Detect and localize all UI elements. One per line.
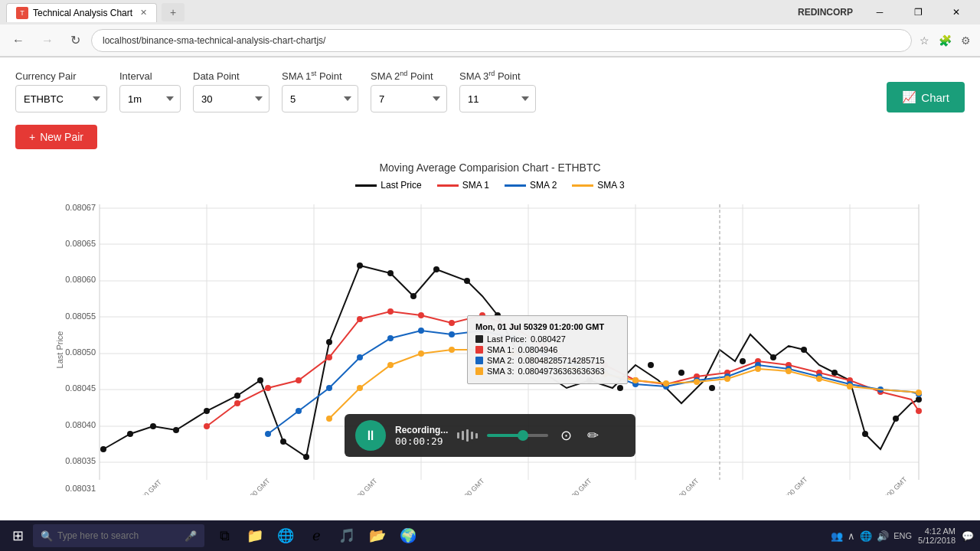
notification-icon[interactable]: 💬 bbox=[962, 530, 974, 542]
search-icon: 🔍 bbox=[41, 530, 53, 542]
folder-icon[interactable]: 📂 bbox=[364, 522, 391, 549]
network-icon[interactable]: 🌐 bbox=[860, 530, 872, 542]
svg-text:200 GMT: 200 GMT bbox=[246, 477, 272, 495]
microphone-icon: 🎤 bbox=[185, 530, 197, 542]
chart-svg-wrapper: 0.08067 0.08065 0.08060 0.08055 0.08050 … bbox=[15, 197, 965, 495]
sma3-label: SMA 3rd Point bbox=[459, 70, 536, 82]
svg-point-42 bbox=[495, 312, 501, 318]
vol-bar-2 bbox=[462, 431, 464, 440]
svg-point-111 bbox=[571, 366, 577, 372]
svg-point-46 bbox=[617, 385, 623, 391]
svg-point-32 bbox=[234, 393, 240, 399]
browser-tab[interactable]: T Technical Analysis Chart ✕ bbox=[6, 3, 157, 22]
close-button[interactable]: ✕ bbox=[939, 2, 974, 23]
svg-point-27 bbox=[100, 446, 106, 452]
chart-button[interactable]: 📈 Chart bbox=[887, 82, 965, 112]
nav-bar: ← → ↻ ☆ 🧩 ⚙ bbox=[0, 24, 980, 57]
currency-pair-select[interactable]: ETHBTCBTCUSDTETHUSDT bbox=[15, 85, 107, 112]
data-point-select[interactable]: 10203050100 bbox=[193, 85, 270, 112]
svg-point-103 bbox=[326, 416, 332, 422]
chart-button-label: Chart bbox=[921, 91, 949, 104]
url-bar[interactable] bbox=[91, 29, 912, 52]
back-button[interactable]: ← bbox=[6, 31, 31, 51]
volume-slider[interactable] bbox=[487, 434, 548, 437]
settings-icon[interactable]: ⚙ bbox=[958, 31, 974, 50]
file-explorer-icon[interactable]: 📁 bbox=[241, 522, 269, 549]
svg-text:1200 GMT: 1200 GMT bbox=[880, 475, 908, 495]
svg-point-55 bbox=[893, 416, 899, 422]
task-view-icon[interactable]: ⧉ bbox=[211, 522, 238, 549]
chrome-icon[interactable]: 🌍 bbox=[394, 522, 422, 549]
sma2-select[interactable]: 5 7 9 bbox=[371, 85, 447, 112]
people-icon[interactable]: 👥 bbox=[831, 530, 843, 542]
start-button[interactable]: ⊞ bbox=[6, 524, 30, 547]
recording-camera-button[interactable]: ⊙ bbox=[557, 424, 575, 447]
taskbar-search-input[interactable] bbox=[57, 530, 180, 541]
vol-bar-5 bbox=[475, 433, 478, 439]
svg-point-90 bbox=[541, 350, 547, 357]
svg-point-104 bbox=[357, 385, 363, 391]
legend-color-black bbox=[355, 184, 377, 187]
sma2-group: SMA 2nd Point 5 7 9 bbox=[371, 70, 447, 112]
recording-pen-button[interactable]: ✏ bbox=[584, 424, 602, 447]
svg-point-47 bbox=[648, 362, 654, 368]
interval-select[interactable]: 1m3m5m15m30m1h bbox=[119, 85, 181, 112]
svg-text:0.08031: 0.08031 bbox=[65, 484, 96, 493]
restore-button[interactable]: ❐ bbox=[900, 2, 936, 23]
svg-point-116 bbox=[724, 376, 730, 382]
sma3-select[interactable]: 7 9 11 14 bbox=[459, 85, 536, 112]
recording-bar: ⏸ Recording... 00:00:29 ⊙ bbox=[345, 414, 635, 457]
svg-point-28 bbox=[127, 431, 133, 437]
svg-point-112 bbox=[602, 371, 608, 377]
forward-button[interactable]: → bbox=[35, 31, 60, 51]
svg-point-40 bbox=[433, 266, 439, 272]
bookmark-icon[interactable]: ☆ bbox=[916, 31, 933, 50]
svg-point-58 bbox=[234, 400, 240, 406]
svg-point-60 bbox=[296, 377, 302, 383]
camera-icon: ⊙ bbox=[560, 428, 572, 443]
volume-icon[interactable]: 🔊 bbox=[877, 530, 889, 542]
pen-icon: ✏ bbox=[587, 428, 599, 443]
new-pair-button[interactable]: + New Pair bbox=[15, 125, 97, 149]
taskbar-search[interactable]: 🔍 🎤 bbox=[33, 524, 204, 547]
svg-text:0.08045: 0.08045 bbox=[65, 383, 96, 393]
chart-container: Moving Average Comparision Chart - ETHBT… bbox=[15, 161, 965, 495]
new-tab-button[interactable]: + bbox=[162, 3, 185, 21]
legend-label-sma2: SMA 2 bbox=[530, 180, 557, 191]
legend-sma2: SMA 2 bbox=[505, 180, 557, 191]
lang-label: ENG bbox=[893, 531, 912, 540]
legend-color-blue bbox=[505, 184, 526, 187]
ie-icon[interactable]: ℯ bbox=[302, 522, 330, 549]
svg-point-38 bbox=[387, 270, 394, 276]
data-point-group: Data Point 10203050100 bbox=[193, 70, 270, 112]
chart-title: Moving Average Comparision Chart - ETHBT… bbox=[15, 161, 965, 174]
svg-point-65 bbox=[449, 320, 455, 326]
taskbar-time[interactable]: 4:12 AM 5/12/2018 bbox=[918, 527, 956, 545]
edge-icon[interactable]: 🌐 bbox=[272, 522, 299, 549]
svg-point-59 bbox=[265, 385, 271, 391]
legend-sma1: SMA 1 bbox=[437, 180, 489, 191]
spotify-icon[interactable]: 🎵 bbox=[333, 522, 361, 549]
refresh-button[interactable]: ↻ bbox=[64, 30, 87, 51]
time-display: 4:12 AM bbox=[925, 527, 956, 536]
svg-point-31 bbox=[204, 408, 210, 414]
svg-text:00 GMT: 00 GMT bbox=[140, 478, 163, 496]
svg-point-36 bbox=[326, 339, 332, 345]
svg-point-49 bbox=[709, 385, 715, 391]
svg-point-44 bbox=[556, 370, 562, 376]
tab-close-icon[interactable]: ✕ bbox=[140, 8, 147, 18]
svg-text:0.08055: 0.08055 bbox=[65, 311, 96, 321]
chart-legend: Last Price SMA 1 SMA 2 SMA 3 bbox=[15, 180, 965, 191]
legend-color-red bbox=[437, 184, 459, 187]
new-pair-label: New Pair bbox=[40, 131, 83, 143]
legend-last-price: Last Price bbox=[355, 180, 421, 191]
chevron-up-icon[interactable]: ∧ bbox=[848, 530, 855, 542]
extensions-icon[interactable]: 🧩 bbox=[936, 31, 955, 50]
recording-pause-button[interactable]: ⏸ bbox=[355, 420, 386, 451]
company-label: REDINCORP bbox=[798, 7, 853, 18]
svg-text:800 GMT: 800 GMT bbox=[567, 477, 593, 495]
recording-text: Recording... 00:00:29 bbox=[395, 425, 448, 447]
minimize-button[interactable]: ─ bbox=[862, 2, 897, 23]
sma1-label: SMA 1st Point bbox=[282, 70, 358, 82]
sma1-select[interactable]: 3 5 7 bbox=[282, 85, 358, 112]
